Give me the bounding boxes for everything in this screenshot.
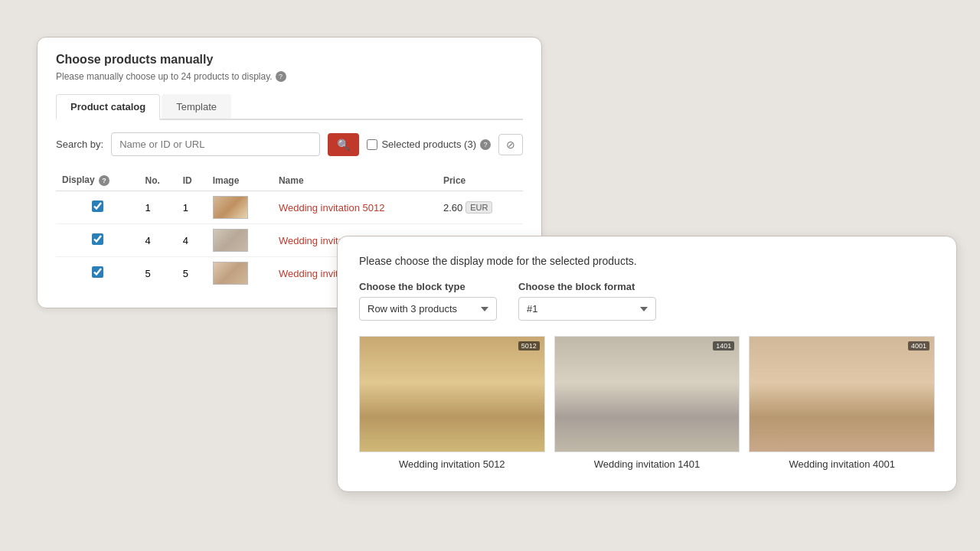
col-price: Price	[437, 170, 523, 191]
block-format-select[interactable]: #1 #2 #3	[518, 297, 656, 321]
block-selectors: Choose the block type Row with 3 product…	[359, 281, 935, 321]
clear-button[interactable]: ⊘	[498, 134, 523, 155]
subtitle-help-icon[interactable]: ?	[276, 71, 286, 82]
panel1-subtitle: Please manually choose up to 24 products…	[56, 71, 523, 82]
selected-products-checkbox[interactable]: Selected products (3) ?	[367, 139, 491, 150]
card-img-bg-1401	[555, 337, 740, 452]
row1-thumbnail	[213, 196, 248, 219]
tabs: Product catalog Template	[56, 94, 523, 120]
row1-image	[207, 191, 273, 224]
product-card-img-5012: 5012	[359, 336, 545, 452]
row1-name: Wedding invitation 5012	[273, 191, 437, 224]
selected-products-check[interactable]	[367, 139, 377, 150]
row3-id: 5	[177, 257, 207, 290]
row2-display-cell	[56, 224, 139, 257]
row2-checkbox[interactable]	[92, 233, 103, 245]
block-type-select[interactable]: Row with 3 products Row with products Gr…	[359, 297, 497, 321]
row2-image	[207, 224, 273, 257]
col-name: Name	[273, 170, 437, 191]
col-display: Display ?	[56, 170, 139, 191]
clear-icon: ⊘	[506, 139, 515, 151]
search-icon: 🔍	[337, 139, 350, 151]
product-id-badge-5012: 5012	[518, 341, 540, 350]
col-image: Image	[207, 170, 273, 191]
product-card-img-4001: 4001	[749, 336, 935, 452]
row1-price-cell: 2.60 EUR	[437, 191, 523, 224]
col-id: ID	[177, 170, 207, 191]
selected-help-icon[interactable]: ?	[480, 139, 491, 150]
product-card-label-5012: Wedding invitation 5012	[359, 458, 545, 470]
search-input[interactable]	[111, 132, 320, 156]
block-type-label: Choose the block type	[359, 281, 497, 292]
product-id-badge-1401: 1401	[713, 341, 734, 350]
row1-display-cell	[56, 191, 139, 224]
block-format-group: Choose the block format #1 #2 #3	[518, 281, 656, 321]
row1-price: 2.60	[443, 202, 462, 214]
panel2-description: Please choose the display mode for the s…	[359, 255, 935, 267]
product-card-label-1401: Wedding invitation 1401	[554, 458, 740, 470]
search-row: Search by: 🔍 Selected products (3) ? ⊘	[56, 132, 523, 156]
product-card-label-4001: Wedding invitation 4001	[749, 458, 935, 470]
row3-image	[207, 257, 273, 290]
product-card-1401: 1401 Wedding invitation 1401	[554, 336, 740, 470]
row2-thumbnail	[213, 229, 248, 252]
block-type-group: Choose the block type Row with 3 product…	[359, 281, 497, 321]
table-row: 1 1 Wedding invitation 5012 2.60 EUR	[56, 191, 523, 224]
tab-template[interactable]: Template	[162, 94, 231, 119]
row3-thumbnail	[213, 262, 248, 285]
tab-product-catalog[interactable]: Product catalog	[56, 94, 160, 120]
block-format-label: Choose the block format	[518, 281, 656, 292]
row1-no: 1	[139, 191, 177, 224]
col-no: No.	[139, 170, 177, 191]
row2-id: 4	[177, 224, 207, 257]
row1-id: 1	[177, 191, 207, 224]
row3-no: 5	[139, 257, 177, 290]
card-img-bg-4001	[750, 337, 934, 452]
row1-currency: EUR	[466, 201, 492, 214]
row2-no: 4	[139, 224, 177, 257]
row3-display-cell	[56, 257, 139, 290]
search-by-label: Search by:	[56, 139, 103, 150]
product-id-badge-4001: 4001	[908, 341, 929, 350]
product-card-img-1401: 1401	[554, 336, 740, 452]
product-cards-preview: 5012 Wedding invitation 5012 1401 Weddin…	[359, 336, 935, 470]
panel2: Please choose the display mode for the s…	[337, 236, 957, 492]
search-button[interactable]: 🔍	[328, 133, 359, 156]
product-card-4001: 4001 Wedding invitation 4001	[749, 336, 935, 470]
row1-product-link[interactable]: Wedding invitation 5012	[279, 202, 385, 214]
panel1-title: Choose products manually	[56, 53, 523, 67]
row3-checkbox[interactable]	[92, 266, 103, 278]
row1-checkbox[interactable]	[92, 201, 103, 212]
display-help-icon[interactable]: ?	[99, 175, 109, 186]
product-card-5012: 5012 Wedding invitation 5012	[359, 336, 545, 470]
card-img-bg-5012	[360, 337, 544, 452]
